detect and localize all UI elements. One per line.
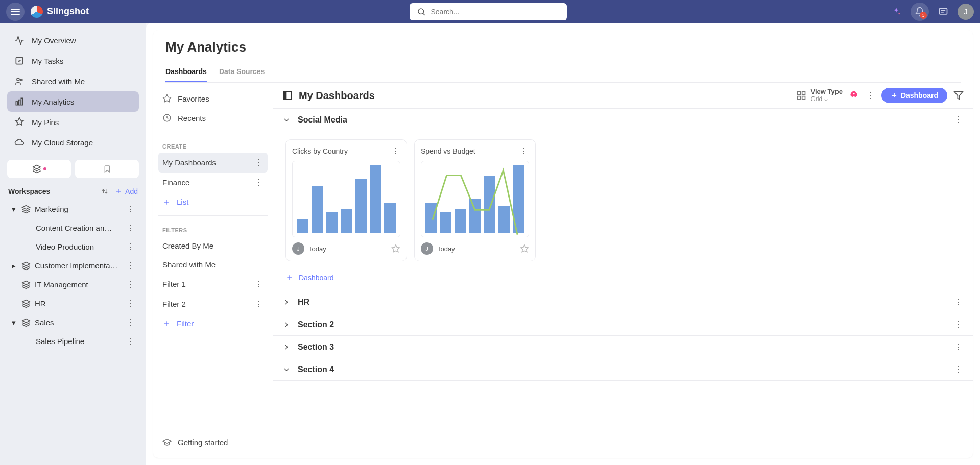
workspace-item[interactable]: ▸Customer Implementa…⋮ — [7, 256, 139, 275]
svg-marker-19 — [163, 95, 171, 102]
tab-dashboards[interactable]: Dashboards — [165, 63, 207, 82]
tab-data-sources[interactable]: Data Sources — [219, 63, 265, 82]
chart-bar — [425, 203, 437, 233]
workspace-label: Sales Pipeline — [36, 337, 122, 346]
dashboard-card-spend[interactable]: Spend vs Budget ⋮ J Today — [414, 139, 536, 261]
workspace-item[interactable]: ▾Marketing⋮ — [7, 200, 139, 218]
graduation-icon — [162, 437, 172, 447]
filter-label: Filter 2 — [162, 300, 186, 308]
filter-item[interactable]: Filter 2⋮ — [158, 294, 268, 314]
sidebar-item-label: My Tasks — [32, 57, 63, 65]
chart-bar — [355, 179, 367, 233]
filter-icon[interactable] — [953, 90, 964, 101]
more-icon[interactable]: ⋮ — [126, 242, 136, 252]
dashboards-title: My Dashboards — [299, 90, 790, 102]
filter-item[interactable]: Created By Me — [158, 236, 268, 255]
workspace-label: Sales — [35, 318, 122, 327]
plus-icon — [162, 320, 171, 328]
workspace-item[interactable]: HR⋮ — [7, 294, 139, 313]
brand-logo[interactable]: Slingshot — [31, 6, 89, 18]
filter-item[interactable]: Shared with Me — [158, 255, 268, 274]
section-more-button[interactable]: ⋮ — [953, 115, 964, 125]
card-more-button[interactable]: ⋮ — [390, 146, 400, 156]
plus-icon — [285, 274, 294, 282]
search-box[interactable] — [410, 3, 567, 20]
section-more-button[interactable]: ⋮ — [953, 342, 964, 352]
clock-icon — [162, 113, 172, 123]
cloud-icon — [14, 137, 25, 148]
workspace-child-item[interactable]: Content Creation an…⋮ — [7, 218, 139, 237]
section-row[interactable]: Section 4⋮ — [273, 358, 973, 381]
more-icon[interactable]: ⋮ — [253, 279, 264, 289]
list-label: Finance — [162, 178, 189, 187]
search-input[interactable] — [431, 8, 560, 16]
more-icon[interactable]: ⋮ — [126, 336, 136, 346]
list-my-dashboards[interactable]: My Dashboards ⋮ — [158, 153, 268, 173]
recents-item[interactable]: Recents — [158, 108, 268, 128]
sidebar-item-overview[interactable]: My Overview — [7, 30, 139, 51]
notifications-button[interactable]: 3 — [911, 3, 929, 21]
section-more-button[interactable]: ⋮ — [953, 320, 964, 329]
search-icon — [417, 7, 426, 16]
more-icon[interactable]: ⋮ — [126, 280, 136, 289]
more-icon[interactable]: ⋮ — [126, 299, 136, 308]
workspace-child-item[interactable]: Sales Pipeline⋮ — [7, 332, 139, 351]
more-icon[interactable]: ⋮ — [126, 261, 136, 271]
lists-panel: Favorites Recents CREATE My Dashboards ⋮… — [153, 83, 273, 458]
more-icon[interactable]: ⋮ — [253, 178, 264, 187]
section-row[interactable]: Section 2⋮ — [273, 313, 973, 336]
svg-rect-9 — [18, 100, 20, 105]
section-more-button[interactable]: ⋮ — [953, 297, 964, 307]
add-list-button[interactable]: List — [158, 192, 268, 211]
page-title: My Analytics — [165, 39, 961, 55]
rocket-icon[interactable] — [849, 90, 859, 101]
card-timestamp: Today — [308, 245, 387, 253]
favorites-label: Favorites — [178, 94, 209, 103]
more-icon[interactable]: ⋮ — [253, 158, 264, 167]
header-more-button[interactable]: ⋮ — [865, 91, 875, 101]
section-more-button[interactable]: ⋮ — [953, 364, 964, 374]
bookmark-toggle-button[interactable] — [75, 160, 139, 178]
sidebar-item-shared[interactable]: Shared with Me — [7, 71, 139, 91]
more-icon[interactable]: ⋮ — [126, 317, 136, 327]
card-more-button[interactable]: ⋮ — [519, 146, 529, 156]
comments-button[interactable] — [934, 3, 952, 21]
section-row[interactable]: HR⋮ — [273, 291, 973, 313]
favorite-star-button[interactable] — [520, 244, 529, 253]
caret-icon: ▾ — [10, 205, 17, 214]
svg-rect-27 — [798, 91, 801, 94]
sparkle-button[interactable] — [887, 3, 905, 21]
workspace-item[interactable]: ▾Sales⋮ — [7, 313, 139, 332]
more-icon[interactable]: ⋮ — [126, 223, 136, 233]
sidebar-item-pins[interactable]: My Pins — [7, 112, 139, 132]
user-avatar[interactable]: J — [958, 4, 974, 20]
sidebar-item-tasks[interactable]: My Tasks — [7, 51, 139, 71]
filter-item[interactable]: Filter 1⋮ — [158, 274, 268, 294]
sort-icon[interactable] — [101, 187, 109, 195]
more-icon[interactable]: ⋮ — [126, 204, 136, 214]
svg-rect-28 — [802, 91, 805, 94]
workspace-child-item[interactable]: Video Production⋮ — [7, 237, 139, 256]
more-icon[interactable]: ⋮ — [253, 299, 264, 309]
favorites-item[interactable]: Favorites — [158, 89, 268, 108]
sidebar-item-cloud[interactable]: My Cloud Storage — [7, 132, 139, 153]
section-row[interactable]: Section 3⋮ — [273, 336, 973, 358]
workspace-item[interactable]: IT Management⋮ — [7, 275, 139, 294]
section-social-media[interactable]: Social Media ⋮ — [273, 109, 973, 131]
getting-started-item[interactable]: Getting started — [158, 432, 268, 452]
chart-bar — [326, 212, 338, 233]
svg-rect-2 — [940, 8, 947, 14]
add-dashboard-button[interactable]: Dashboard — [273, 270, 973, 291]
dashboard-card-clicks[interactable]: Clicks by Country ⋮ J Today — [285, 139, 407, 261]
add-workspace-button[interactable]: Add — [115, 187, 138, 195]
layers-toggle-button[interactable] — [7, 160, 71, 178]
menu-toggle-button[interactable] — [6, 3, 25, 21]
add-filter-button[interactable]: Filter — [158, 314, 268, 333]
new-dashboard-button[interactable]: Dashboard — [881, 88, 947, 103]
list-finance[interactable]: Finance ⋮ — [158, 173, 268, 192]
sidebar-item-analytics[interactable]: My Analytics — [7, 91, 139, 112]
favorite-star-button[interactable] — [391, 244, 400, 253]
view-type-picker[interactable]: View Type Grid ⌵ — [796, 88, 842, 103]
chart-bar — [513, 165, 524, 233]
section-title: Section 4 — [298, 365, 946, 374]
